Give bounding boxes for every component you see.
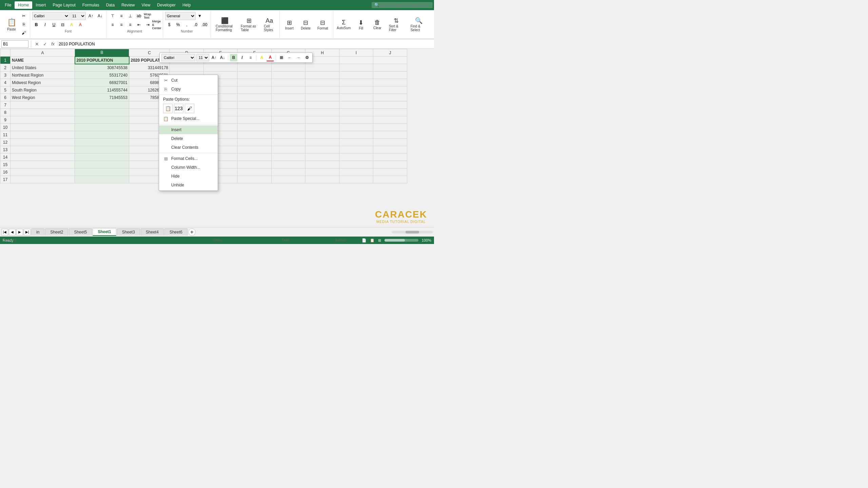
cell-J8[interactable] <box>373 109 407 116</box>
cell-H9[interactable] <box>305 116 339 124</box>
font-size-select[interactable]: 11 <box>71 12 86 20</box>
ctx-format-cells[interactable]: ⊞ Format Cells... <box>159 154 218 163</box>
cell-A15[interactable] <box>11 161 75 168</box>
align-bottom-btn[interactable]: ⊥ <box>126 12 134 20</box>
format-painter-button[interactable]: 🖌 <box>20 29 28 37</box>
cell-H6[interactable] <box>305 94 339 101</box>
decrease-indent-btn[interactable]: ⇤ <box>135 21 143 29</box>
cell-J16[interactable] <box>373 168 407 176</box>
align-right-btn[interactable]: ≡ <box>126 21 134 29</box>
cell-B9[interactable] <box>75 116 129 124</box>
mini-bold-btn[interactable]: B <box>230 54 237 61</box>
cell-B1[interactable]: 2010 POPULATION <box>75 57 129 64</box>
mini-align-btn[interactable]: ≡ <box>247 54 254 61</box>
cell-G5[interactable] <box>272 86 305 94</box>
mini-more-btn[interactable]: ⚙ <box>303 54 311 61</box>
cell-G2[interactable] <box>272 64 305 72</box>
align-center-btn[interactable]: ≡ <box>117 21 125 29</box>
merge-center-btn[interactable]: Merge & Center <box>153 21 161 29</box>
cell-D2[interactable] <box>170 64 204 72</box>
cell-J7[interactable] <box>373 101 407 109</box>
cell-F15[interactable] <box>238 161 272 168</box>
cell-I6[interactable] <box>339 94 373 101</box>
row-header-17[interactable]: 17 <box>0 176 11 183</box>
mini-font-color-btn[interactable]: A <box>267 54 274 61</box>
tab-nav-first[interactable]: |◀ <box>1 229 8 236</box>
menu-insert[interactable]: Insert <box>32 1 49 9</box>
row-header-10[interactable]: 10 <box>0 124 11 131</box>
ctx-unhide[interactable]: Unhide <box>159 181 218 189</box>
view-normal[interactable]: 📄 <box>362 238 367 243</box>
cell-F6[interactable] <box>238 94 272 101</box>
cell-B3[interactable]: 55317240 <box>75 72 129 79</box>
mini-inc-indent-btn[interactable]: → <box>295 54 302 61</box>
cell-A9[interactable] <box>11 116 75 124</box>
align-left-btn[interactable]: ≡ <box>108 21 117 29</box>
tab-nav-last[interactable]: ▶| <box>24 229 31 236</box>
autosum-btn[interactable]: Σ AutoSum <box>335 18 352 31</box>
cell-B12[interactable] <box>75 139 129 146</box>
cell-B16[interactable] <box>75 168 129 176</box>
cell-I15[interactable] <box>339 161 373 168</box>
cell-B5[interactable]: 114555744 <box>75 86 129 94</box>
cell-H13[interactable] <box>305 146 339 154</box>
cell-J6[interactable] <box>373 94 407 101</box>
mini-dec-font[interactable]: A↓ <box>219 54 226 61</box>
menu-data[interactable]: Data <box>103 1 118 9</box>
add-sheet-button[interactable]: + <box>188 228 196 236</box>
cell-F5[interactable] <box>238 86 272 94</box>
cell-I8[interactable] <box>339 109 373 116</box>
comma-btn[interactable]: , <box>183 21 191 29</box>
cell-I1[interactable] <box>339 57 373 64</box>
cell-B15[interactable] <box>75 161 129 168</box>
format-as-table-btn[interactable]: ⊞ Format as Table <box>238 16 260 33</box>
sheet-tab-in[interactable]: in <box>31 228 44 236</box>
cell-H12[interactable] <box>305 139 339 146</box>
zoom-slider[interactable] <box>384 239 418 242</box>
cell-H14[interactable] <box>305 154 339 161</box>
cell-J3[interactable] <box>373 72 407 79</box>
ctx-cut[interactable]: ✂ Cut <box>159 76 218 85</box>
cell-G17[interactable] <box>272 176 305 183</box>
cell-H11[interactable] <box>305 131 339 139</box>
cell-F11[interactable] <box>238 131 272 139</box>
decrease-decimal-btn[interactable]: .0 <box>192 21 200 29</box>
cell-B11[interactable] <box>75 131 129 139</box>
cell-J2[interactable] <box>373 64 407 72</box>
menu-help[interactable]: Help <box>179 1 194 9</box>
cell-I4[interactable] <box>339 79 373 86</box>
cell-G11[interactable] <box>272 131 305 139</box>
paste-normal-btn[interactable]: 📋 <box>163 104 173 113</box>
cell-H4[interactable] <box>305 79 339 86</box>
cell-F14[interactable] <box>238 154 272 161</box>
sheet-tab-sheet2[interactable]: Sheet2 <box>45 228 68 236</box>
cell-G6[interactable] <box>272 94 305 101</box>
cell-G9[interactable] <box>272 116 305 124</box>
cell-B14[interactable] <box>75 154 129 161</box>
cell-G4[interactable] <box>272 79 305 86</box>
ctx-hide[interactable]: Hide <box>159 172 218 181</box>
cell-G12[interactable] <box>272 139 305 146</box>
orientation-btn[interactable]: ab <box>135 12 143 20</box>
insert-ribbon-btn[interactable]: ⊞ Insert <box>282 18 297 32</box>
sort-filter-btn[interactable]: ⇅ Sort & Filter <box>386 16 407 33</box>
fill-btn[interactable]: ⬇ Fill <box>354 18 369 32</box>
cell-I17[interactable] <box>339 176 373 183</box>
row-header-8[interactable]: 8 <box>0 109 11 116</box>
mini-font-select[interactable]: Calibri <box>161 54 195 61</box>
italic-btn[interactable]: I <box>41 21 49 29</box>
ctx-col-width[interactable]: Column Width... <box>159 163 218 172</box>
cell-B4[interactable]: 66927001 <box>75 79 129 86</box>
align-middle-btn[interactable]: ≡ <box>117 12 125 20</box>
menu-review[interactable]: Review <box>118 1 138 9</box>
mini-size-select[interactable]: 11 <box>196 54 209 61</box>
bold-btn[interactable]: B <box>32 21 40 29</box>
cell-I11[interactable] <box>339 131 373 139</box>
cell-I10[interactable] <box>339 124 373 131</box>
cell-B10[interactable] <box>75 124 129 131</box>
row-header-15[interactable]: 15 <box>0 161 11 168</box>
row-header-6[interactable]: 6 <box>0 94 11 101</box>
cell-H16[interactable] <box>305 168 339 176</box>
cell-F12[interactable] <box>238 139 272 146</box>
confirm-formula-icon[interactable]: ✓ <box>42 41 48 47</box>
